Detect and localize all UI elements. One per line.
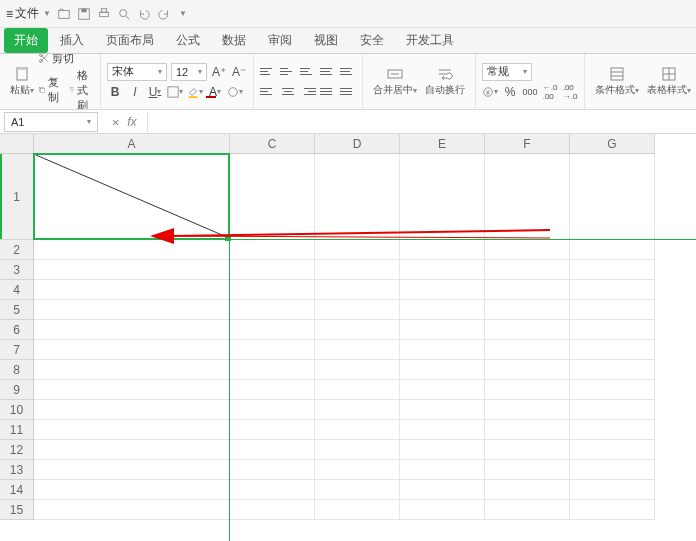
row-header[interactable]: 12 — [0, 440, 34, 460]
cell[interactable] — [400, 320, 485, 340]
row-header[interactable]: 5 — [0, 300, 34, 320]
cell[interactable] — [400, 420, 485, 440]
font-name-select[interactable]: 宋体▾ — [107, 63, 167, 81]
cell[interactable] — [315, 400, 400, 420]
cell[interactable] — [570, 480, 655, 500]
cell[interactable] — [315, 480, 400, 500]
cut-button[interactable]: 剪切 — [38, 54, 94, 66]
phonetic-button[interactable]: ▾ — [227, 84, 243, 100]
redo-icon[interactable] — [157, 7, 171, 21]
cell[interactable] — [315, 380, 400, 400]
cell[interactable] — [485, 460, 570, 480]
cell[interactable] — [230, 480, 315, 500]
currency-icon[interactable]: ¥▾ — [482, 84, 498, 100]
cell[interactable] — [485, 280, 570, 300]
cell[interactable] — [485, 380, 570, 400]
tab-view[interactable]: 视图 — [304, 28, 348, 53]
cell[interactable] — [400, 280, 485, 300]
cell[interactable] — [34, 320, 230, 340]
cell[interactable] — [230, 440, 315, 460]
cell[interactable] — [34, 440, 230, 460]
cell[interactable] — [34, 340, 230, 360]
format-painter-button[interactable]: 格式刷 — [69, 68, 94, 111]
preview-icon[interactable] — [117, 7, 131, 21]
cell[interactable] — [400, 340, 485, 360]
cell[interactable] — [400, 360, 485, 380]
cell[interactable] — [400, 480, 485, 500]
align-right-icon[interactable] — [300, 85, 316, 99]
column-header[interactable]: D — [315, 134, 400, 154]
name-box[interactable]: A1 ▾ — [4, 112, 98, 132]
cell[interactable] — [230, 340, 315, 360]
underline-button[interactable]: U▾ — [147, 84, 163, 100]
cell[interactable] — [570, 380, 655, 400]
row-header[interactable]: 8 — [0, 360, 34, 380]
table-style-button[interactable]: 表格样式▾ — [643, 66, 695, 97]
undo-icon[interactable] — [137, 7, 151, 21]
cell[interactable] — [485, 240, 570, 260]
cell[interactable] — [400, 154, 485, 240]
cell[interactable] — [34, 500, 230, 520]
comma-icon[interactable]: 000 — [522, 84, 538, 100]
cell[interactable] — [34, 280, 230, 300]
cell[interactable] — [485, 360, 570, 380]
tab-formula[interactable]: 公式 — [166, 28, 210, 53]
cell[interactable] — [485, 320, 570, 340]
cell[interactable] — [485, 480, 570, 500]
align-bottom-icon[interactable] — [300, 65, 316, 79]
cell[interactable] — [485, 420, 570, 440]
tab-page-layout[interactable]: 页面布局 — [96, 28, 164, 53]
cancel-icon[interactable]: ✕ — [112, 115, 119, 129]
row-header[interactable]: 1 — [0, 154, 34, 240]
cell[interactable] — [230, 280, 315, 300]
cell[interactable] — [34, 300, 230, 320]
cell[interactable] — [315, 440, 400, 460]
cell[interactable] — [34, 460, 230, 480]
cell[interactable] — [485, 340, 570, 360]
percent-icon[interactable]: % — [502, 84, 518, 100]
row-header[interactable]: 11 — [0, 420, 34, 440]
tab-security[interactable]: 安全 — [350, 28, 394, 53]
row-header[interactable]: 4 — [0, 280, 34, 300]
cell[interactable] — [315, 280, 400, 300]
cell[interactable] — [570, 500, 655, 520]
cell[interactable] — [485, 260, 570, 280]
cell[interactable] — [315, 340, 400, 360]
tab-developer[interactable]: 开发工具 — [396, 28, 464, 53]
cell[interactable] — [230, 320, 315, 340]
tab-data[interactable]: 数据 — [212, 28, 256, 53]
column-header[interactable]: A — [34, 134, 230, 154]
cell[interactable] — [34, 240, 230, 260]
cell[interactable] — [34, 260, 230, 280]
cell[interactable] — [570, 440, 655, 460]
cell[interactable] — [315, 460, 400, 480]
cell[interactable] — [570, 280, 655, 300]
chevron-down-icon[interactable]: ▼ — [179, 9, 187, 18]
cell[interactable] — [400, 240, 485, 260]
number-format-select[interactable]: 常规▾ — [482, 63, 532, 81]
align-center-icon[interactable] — [280, 85, 296, 99]
cell[interactable] — [230, 300, 315, 320]
cell[interactable] — [485, 154, 570, 240]
cell[interactable] — [230, 260, 315, 280]
wrap-text-button[interactable]: 自动换行 — [421, 66, 469, 97]
row-header[interactable]: 15 — [0, 500, 34, 520]
print-icon[interactable] — [97, 7, 111, 21]
row-header[interactable]: 7 — [0, 340, 34, 360]
cell[interactable] — [315, 154, 400, 240]
cell[interactable] — [570, 154, 655, 240]
row-header[interactable]: 13 — [0, 460, 34, 480]
distribute-icon[interactable] — [340, 85, 356, 99]
cell[interactable] — [315, 360, 400, 380]
italic-button[interactable]: I — [127, 84, 143, 100]
cell[interactable] — [230, 380, 315, 400]
tab-review[interactable]: 审阅 — [258, 28, 302, 53]
cell[interactable] — [570, 300, 655, 320]
justify-icon[interactable] — [320, 85, 336, 99]
cell[interactable] — [230, 400, 315, 420]
conditional-format-button[interactable]: 条件格式▾ — [591, 66, 643, 97]
cell[interactable] — [315, 260, 400, 280]
border-button[interactable]: ▾ — [167, 84, 183, 100]
cell[interactable] — [315, 300, 400, 320]
cell[interactable] — [230, 154, 315, 240]
